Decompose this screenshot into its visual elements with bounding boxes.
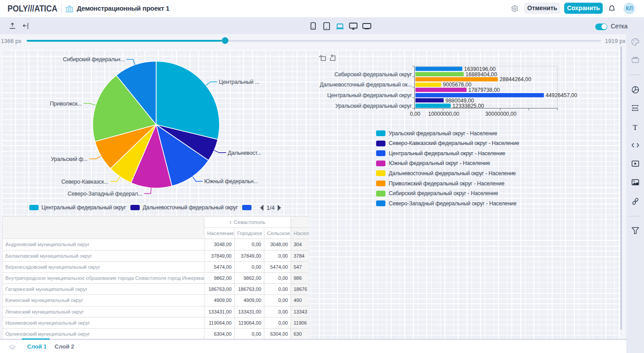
svg-text:Центральный ...: Центральный ... [219,79,259,85]
svg-text:10000000,00: 10000000,00 [428,111,459,117]
svg-text:9005676,00: 9005676,00 [443,82,472,88]
svg-text:Приволжск...: Приволжск... [50,101,82,107]
svg-text:Северо-Западный федерал...: Северо-Западный федерал... [68,191,142,197]
svg-text:Центральный федеральный округ: Центральный федеральный округ [327,92,412,98]
svg-text:44926457,00: 44926457,00 [546,92,577,98]
svg-text:Южный федеральн...: Южный федеральн... [204,178,258,184]
svg-text:Уральский ф...: Уральский ф... [51,156,88,162]
svg-text:30000000,00: 30000000,00 [485,111,516,117]
svg-text:0,00: 0,00 [410,111,420,117]
svg-text:17879738,00: 17879738,00 [468,87,500,93]
svg-text:Сибирский федеральный округ: Сибирский федеральный округ [334,71,412,78]
svg-text:Сибирский федеральн...: Сибирский федеральн... [63,56,125,63]
svg-text:28844264,00: 28844264,00 [500,76,531,82]
svg-text:16889404,00: 16889404,00 [466,71,497,78]
svg-text:SVG: SVG [632,106,638,110]
svg-text:Дальневост...: Дальневост... [228,150,262,156]
svg-text:Уральский федеральный округ: Уральский федеральный округ [335,103,412,109]
svg-text:Дальневосточный федеральный ок: Дальневосточный федеральный ок... [320,82,412,88]
svg-text:Северо-Кавказск...: Северо-Кавказск... [61,179,108,185]
